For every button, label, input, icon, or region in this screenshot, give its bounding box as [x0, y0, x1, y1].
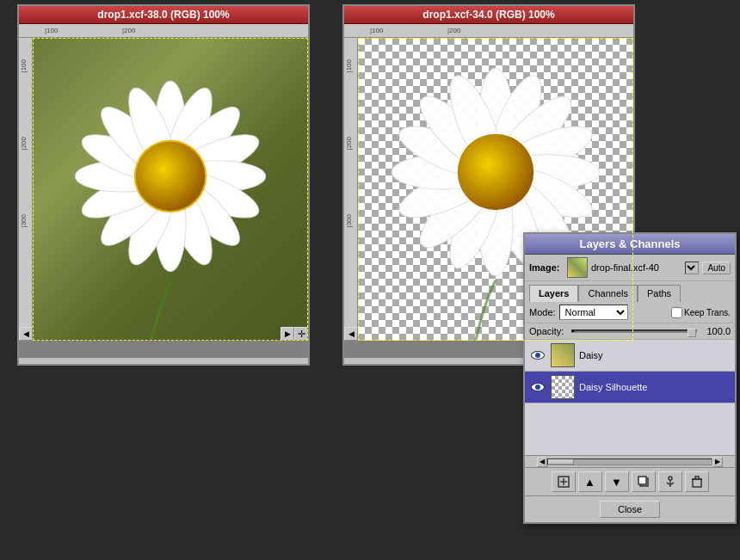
eye-icon-silhouette: [531, 383, 545, 391]
image-name: drop-final.xcf-40: [591, 262, 681, 273]
eye-pupil-daisy: [535, 353, 540, 358]
move-layer-up-button[interactable]: ▲: [578, 471, 602, 492]
layer-name-daisy: Daisy: [579, 350, 731, 360]
svg-point-41: [669, 477, 672, 480]
eye-pupil-silhouette: [535, 385, 540, 390]
mode-row: Mode: Normal Keep Trans.: [525, 302, 735, 323]
auto-button[interactable]: Auto: [702, 262, 731, 274]
tab-layers[interactable]: Layers: [529, 285, 578, 302]
opacity-value: 100.0: [700, 326, 731, 336]
scrollbar-track[interactable]: [547, 458, 712, 465]
opacity-slider[interactable]: [571, 329, 697, 333]
window1-title: drop1.xcf-38.0 (RGB) 100%: [97, 9, 229, 21]
close-row: Close: [525, 495, 735, 522]
keep-trans-row: Keep Trans.: [671, 307, 731, 318]
layers-panel-titlebar: Layers & Channels: [525, 234, 735, 255]
zoom-corner-1[interactable]: ✛: [294, 327, 308, 341]
layer-thumb-silhouette: [551, 375, 575, 399]
scroll-right-1[interactable]: ▶: [281, 327, 294, 341]
new-layer-button[interactable]: [552, 471, 576, 492]
tab-channels[interactable]: Channels: [578, 285, 637, 302]
close-button[interactable]: Close: [600, 501, 660, 518]
keep-trans-label: Keep Trans.: [684, 308, 731, 317]
image-window-1: drop1.xcf-38.0 (RGB) 100% |100 |200 |100…: [17, 4, 310, 366]
image-selector[interactable]: [685, 262, 699, 274]
eye-icon-daisy: [531, 351, 545, 360]
opacity-label: Opacity:: [529, 326, 568, 336]
layer-item-daisy[interactable]: Daisy: [525, 340, 735, 372]
ruler-top-1: |100 |200: [19, 24, 308, 38]
scroll-left-1[interactable]: ◀: [19, 327, 33, 341]
scroll-arrow-right[interactable]: ▶: [712, 457, 723, 467]
svg-rect-40: [638, 477, 646, 484]
layers-channels-panel: Layers & Channels Image: drop-final.xcf-…: [523, 232, 737, 524]
move-layer-down-button[interactable]: ▼: [605, 471, 629, 492]
layer-thumb-daisy: [551, 343, 575, 367]
scrollbar-thumb[interactable]: [548, 459, 574, 465]
svg-rect-43: [693, 479, 701, 487]
keep-trans-checkbox[interactable]: [671, 307, 682, 318]
svg-point-18: [136, 142, 205, 211]
window2-title: drop1.xcf-34.0 (RGB) 100%: [422, 9, 554, 21]
delete-layer-button[interactable]: [685, 471, 709, 492]
image-thumbnail: [567, 257, 588, 278]
window1-titlebar: drop1.xcf-38.0 (RGB) 100%: [19, 6, 308, 24]
layer-item-silhouette[interactable]: Daisy Silhouette: [525, 372, 735, 403]
tabs-row: Layers Channels Paths: [525, 281, 735, 302]
svg-rect-45: [695, 477, 699, 479]
mode-label: Mode:: [529, 307, 556, 317]
scroll-arrow-left[interactable]: ◀: [537, 457, 547, 467]
layer-name-silhouette: Daisy Silhouette: [579, 382, 731, 392]
layer-eye-silhouette[interactable]: [529, 378, 546, 396]
layers-toolbar: ▲ ▼: [525, 467, 735, 495]
ruler-left-1: |100 |200 |300: [19, 38, 33, 341]
canvas-1: [33, 38, 308, 341]
opacity-row: Opacity: 100.0: [525, 323, 735, 340]
ruler-left-2: |100 |200 |300: [344, 38, 358, 341]
image-row: Image: drop-final.xcf-40 Auto: [525, 255, 735, 281]
image-label: Image:: [529, 262, 564, 273]
layers-scrollbar[interactable]: ◀ ▶: [525, 455, 735, 467]
anchor-layer-button[interactable]: [658, 471, 682, 492]
duplicate-layer-button[interactable]: [632, 471, 656, 492]
tab-paths[interactable]: Paths: [638, 285, 681, 302]
svg-point-35: [458, 134, 534, 211]
layers-list: Daisy Daisy Silhouette: [525, 340, 735, 455]
scroll-left-2[interactable]: ◀: [344, 327, 358, 341]
ruler-top-2: |100 |200: [344, 24, 633, 38]
mode-dropdown[interactable]: Normal: [559, 305, 628, 320]
layers-empty-space: [525, 403, 735, 455]
window2-titlebar: drop1.xcf-34.0 (RGB) 100%: [344, 6, 633, 24]
layer-eye-daisy[interactable]: [529, 347, 546, 364]
layers-panel-title: Layers & Channels: [579, 237, 680, 250]
